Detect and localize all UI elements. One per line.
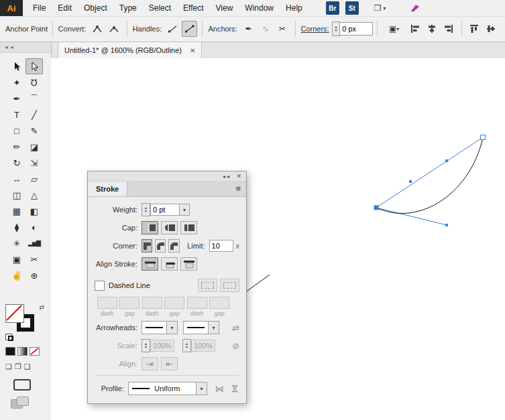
align-vertical-center-button[interactable]	[484, 21, 499, 37]
menu-view[interactable]: View	[210, 3, 239, 13]
toolbar-collapse-strip[interactable]: ◄◄	[0, 42, 51, 53]
align-dashes-button[interactable]	[220, 279, 239, 292]
align-stroke-inside-button[interactable]	[161, 257, 178, 271]
none-button[interactable]	[30, 347, 40, 356]
arrowhead-end-dropdown[interactable]: ▾	[183, 321, 219, 334]
weight-stepper[interactable]: ▲ ▼	[142, 203, 150, 216]
dash-input-3[interactable]	[187, 297, 207, 309]
symbol-sprayer-tool[interactable]: ✳	[8, 235, 25, 251]
rectangle-tool[interactable]: □	[8, 123, 25, 139]
cut-path-button[interactable]: ✂	[274, 21, 290, 37]
type-tool[interactable]: T	[8, 107, 25, 123]
collapse-panel-icon[interactable]: ◄◄	[222, 174, 230, 179]
eyedropper-tool[interactable]: ⧫	[8, 219, 25, 235]
screen-mode-button[interactable]	[13, 379, 31, 391]
gap-input-1[interactable]	[119, 297, 139, 309]
flip-along-icon[interactable]: ⋈	[215, 384, 224, 394]
color-button[interactable]	[5, 347, 15, 356]
preserve-dashes-button[interactable]	[198, 279, 217, 292]
arrow-truncate-button[interactable]: ⇤	[161, 357, 178, 370]
join-miter-button[interactable]	[142, 239, 152, 253]
menu-window[interactable]: Window	[239, 3, 280, 13]
width-tool[interactable]: ↔	[8, 171, 25, 187]
scale-end-input[interactable]	[191, 340, 215, 352]
align-right-button[interactable]	[441, 21, 456, 37]
align-stroke-outside-button[interactable]	[180, 257, 197, 271]
scale-end-stepper[interactable]: ▲▼	[182, 339, 191, 352]
bridge-button[interactable]: Br	[326, 1, 339, 15]
blend-tool[interactable]: ◐	[25, 219, 43, 235]
weight-dropdown[interactable]: ▾	[179, 204, 190, 216]
corners-label[interactable]: Corners:	[300, 25, 329, 33]
workspace-switcher[interactable]: ❒ ▾	[374, 3, 386, 13]
remove-anchor-button[interactable]: ✒	[241, 21, 256, 37]
weight-input[interactable]	[150, 204, 180, 216]
mesh-tool[interactable]: ▦	[8, 203, 25, 219]
dashed-line-checkbox[interactable]	[95, 281, 105, 291]
lasso-tool[interactable]: ℧	[25, 74, 43, 90]
hand-tool[interactable]: ✌	[8, 267, 25, 283]
magic-wand-tool[interactable]: ✦	[8, 74, 25, 90]
hide-handles-button[interactable]	[165, 21, 180, 37]
limit-input[interactable]	[209, 240, 233, 252]
flip-across-icon[interactable]: ⋈	[230, 384, 240, 393]
menu-effect[interactable]: Effect	[177, 3, 209, 13]
line-segment-tool[interactable]: ╱	[25, 107, 43, 123]
dash-input-1[interactable]	[97, 297, 117, 309]
arrange-windows-icon[interactable]	[11, 397, 28, 409]
corners-input[interactable]	[339, 22, 373, 36]
free-transform-tool[interactable]: ▱	[25, 171, 43, 187]
arrow-extend-button[interactable]: ⇥	[142, 357, 158, 370]
illustrator-logo[interactable]: Ai	[0, 0, 23, 16]
show-handles-button[interactable]	[182, 21, 197, 37]
join-bevel-button[interactable]	[168, 239, 179, 253]
gpu-performance-icon[interactable]	[410, 3, 420, 13]
perspective-grid-tool[interactable]: △	[25, 187, 43, 203]
direct-selection-tool[interactable]	[25, 58, 43, 74]
gap-input-2[interactable]	[164, 297, 184, 309]
cap-projecting-button[interactable]	[180, 221, 197, 234]
document-tab[interactable]: Untitled-1* @ 1600% (RGB/Outline) ✕	[58, 42, 202, 58]
pen-tool[interactable]: ✒	[8, 90, 25, 107]
default-fill-stroke-icon[interactable]	[5, 334, 15, 342]
align-left-button[interactable]	[407, 21, 423, 37]
cap-butt-button[interactable]	[142, 221, 158, 234]
shape-builder-tool[interactable]: ◫	[8, 187, 25, 203]
close-panel-icon[interactable]: ✕	[236, 173, 241, 180]
arrowhead-start-dropdown[interactable]: ▾	[142, 321, 178, 334]
align-top-button[interactable]	[467, 21, 482, 37]
convert-to-corner-button[interactable]	[89, 21, 105, 37]
menu-select[interactable]: Select	[143, 3, 177, 13]
swap-fill-stroke-icon[interactable]: ⇄	[39, 304, 44, 311]
rotate-tool[interactable]: ↻	[8, 155, 25, 171]
tab-stroke[interactable]: Stroke	[88, 182, 127, 196]
menu-edit[interactable]: Edit	[52, 3, 78, 13]
panel-menu-icon[interactable]: ≡	[235, 184, 241, 194]
draw-behind-button[interactable]: ❐	[15, 362, 21, 371]
paintbrush-tool[interactable]: ✎	[25, 123, 43, 139]
stock-button[interactable]: St	[345, 1, 359, 15]
curvature-tool[interactable]: ⌒	[25, 90, 43, 107]
pencil-tool[interactable]: ✏	[8, 139, 25, 155]
close-icon[interactable]: ✕	[190, 47, 195, 54]
join-round-button[interactable]	[155, 239, 166, 253]
menu-type[interactable]: Type	[113, 3, 143, 13]
gradient-button[interactable]	[17, 347, 27, 356]
swap-arrowheads-icon[interactable]: ⇄	[232, 323, 239, 333]
align-center-button[interactable]	[424, 21, 439, 37]
menu-file[interactable]: File	[27, 3, 52, 13]
cap-round-button[interactable]	[161, 221, 178, 234]
scale-tool[interactable]: ⇲	[25, 155, 43, 171]
column-graph-tool[interactable]: ▂▅▇	[25, 235, 43, 251]
slice-tool[interactable]: ✂	[25, 251, 43, 267]
scale-start-stepper[interactable]: ▲▼	[142, 339, 150, 352]
eraser-tool[interactable]: ◪	[25, 139, 43, 155]
gradient-tool[interactable]: ◧	[25, 203, 43, 219]
artboard-tool[interactable]: ▣	[8, 251, 25, 267]
link-scale-icon[interactable]: ⊘	[232, 341, 239, 351]
profile-dropdown[interactable]: Uniform ▾	[128, 382, 207, 395]
convert-to-smooth-button[interactable]	[106, 21, 121, 37]
menu-object[interactable]: Object	[78, 3, 113, 13]
draw-inside-button[interactable]: ❑	[24, 362, 31, 371]
fill-swatch[interactable]	[5, 304, 24, 323]
